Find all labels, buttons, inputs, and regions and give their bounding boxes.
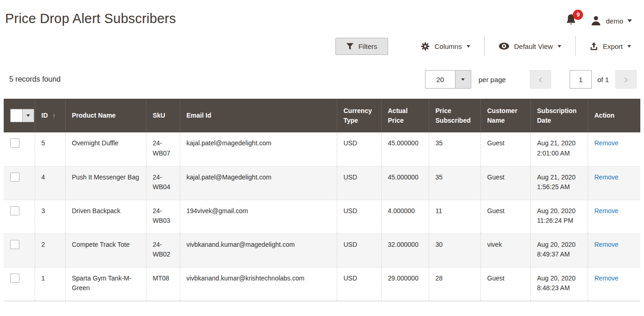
chevron-left-icon: ‹ <box>539 74 542 85</box>
product-name-cell: Push It Messenger Bag <box>65 166 146 200</box>
sort-ascending-icon: ↑ <box>53 112 56 119</box>
pagination: 20 per page ‹ of 1 › <box>425 70 637 89</box>
action-cell: Remove <box>588 132 640 166</box>
checkbox-cell <box>4 166 35 200</box>
previous-page-button[interactable]: ‹ <box>530 70 551 89</box>
next-page-button[interactable]: › <box>615 70 637 89</box>
columns-label: Columns <box>435 42 462 50</box>
sku-cell: 24-WB03 <box>146 200 180 233</box>
email-cell: 194vivek@gmail.com <box>180 200 337 233</box>
table-header-row: ID↑ Product Name SkU Email Id Currency T… <box>4 99 640 132</box>
select-all-checkbox[interactable] <box>10 109 34 122</box>
actual-price-cell: 32.000000 <box>381 233 429 267</box>
customer-name-cell: Guest <box>480 267 530 301</box>
checkbox-cell <box>4 267 35 301</box>
subscription-date-cell: Aug 20, 2020 8:49:37 AM <box>530 233 588 267</box>
remove-link[interactable]: Remove <box>595 274 619 282</box>
subscription-date-cell: Aug 21, 2020 1:56:25 AM <box>530 166 588 200</box>
grid-toolbar: Filters Columns <box>0 28 644 56</box>
remove-link[interactable]: Remove <box>595 173 619 181</box>
action-cell: Remove <box>588 200 640 233</box>
grid-controls-row: 5 records found 20 per page ‹ of 1 › <box>0 56 644 89</box>
table-row: 2 Compete Track Tote 24-WB02 vivbkanand.… <box>4 233 640 267</box>
actual-price-cell: 29.000000 <box>381 267 429 301</box>
current-page-input[interactable] <box>570 70 592 89</box>
subscription-date-cell: Aug 20, 2020 8:48:23 AM <box>530 267 588 301</box>
table-row: 5 Overnight Duffle 24-WB07 kajal.patel@m… <box>4 132 640 166</box>
currency-type-cell: USD <box>337 200 381 233</box>
subscription-date-cell: Aug 20, 2020 11:26:24 PM <box>530 200 588 233</box>
column-header-id[interactable]: ID↑ <box>35 99 65 132</box>
per-page-label: per page <box>479 76 506 83</box>
actual-price-cell: 45.000000 <box>381 166 429 200</box>
id-cell: 3 <box>35 200 65 233</box>
table-row: 4 Push It Messenger Bag 24-WB04 kajal.pa… <box>4 166 640 200</box>
sku-cell: MT08 <box>146 267 180 301</box>
column-header-subscription-date[interactable]: Subscription Date <box>530 99 588 132</box>
column-header-email[interactable]: Email Id <box>180 99 337 132</box>
select-caret <box>455 71 471 88</box>
user-menu[interactable]: demo <box>590 15 632 26</box>
column-header-actual-price[interactable]: Actual Price <box>381 99 429 132</box>
action-cell: Remove <box>588 267 640 301</box>
currency-type-cell: USD <box>337 233 381 267</box>
notifications-button[interactable]: 9 <box>565 14 577 28</box>
columns-button[interactable]: Columns <box>407 36 484 56</box>
column-header-price-subscribed[interactable]: Price Subscribed <box>429 99 480 132</box>
page-header: Price Drop Alert Subscribers 9 demo <box>0 0 644 28</box>
filters-button[interactable]: Filters <box>335 38 388 55</box>
product-name-cell: Compete Track Tote <box>65 233 146 267</box>
product-name-cell: Overnight Duffle <box>65 132 146 166</box>
per-page-select[interactable]: 20 <box>425 70 471 89</box>
currency-type-cell: USD <box>337 267 381 301</box>
id-cell: 1 <box>35 267 65 301</box>
actual-price-cell: 4.000000 <box>381 200 429 233</box>
default-view-button[interactable]: Default View <box>485 36 575 56</box>
chevron-down-icon <box>627 19 632 22</box>
email-cell: kajal.patel@magedelight.com <box>180 132 337 166</box>
select-all-header <box>4 99 35 132</box>
column-header-product-name[interactable]: Product Name <box>65 99 146 132</box>
remove-link[interactable]: Remove <box>595 241 619 248</box>
table-row: 3 Driven Backpack 24-WB03 194vivek@gmail… <box>4 200 640 233</box>
checkbox-cell <box>4 132 35 166</box>
account-area: 9 demo <box>565 14 632 28</box>
gear-icon <box>420 42 430 51</box>
column-header-currency-type[interactable]: Currency Type <box>337 99 381 132</box>
actual-price-cell: 45.000000 <box>381 132 429 166</box>
product-name-cell: Sparta Gym Tank-M-Green <box>65 267 146 301</box>
email-cell: vivbkanand.kumar@krishtechnolabs.com <box>180 267 337 301</box>
column-header-sku[interactable]: SkU <box>146 99 180 132</box>
customer-name-cell: Guest <box>480 166 530 200</box>
email-cell: vivbkanand.kumar@magedelight.com <box>180 233 337 267</box>
user-icon <box>590 15 601 26</box>
chevron-down-icon <box>558 45 561 48</box>
checkbox <box>11 109 22 122</box>
subscribers-table: ID↑ Product Name SkU Email Id Currency T… <box>4 99 640 301</box>
row-checkbox[interactable] <box>10 138 19 148</box>
customer-name-cell: Guest <box>480 200 530 233</box>
export-button[interactable]: Export <box>576 36 633 56</box>
product-name-cell: Driven Backpack <box>65 200 146 233</box>
row-checkbox[interactable] <box>10 274 19 283</box>
sku-cell: 24-WB04 <box>146 166 180 200</box>
export-label: Export <box>603 42 623 50</box>
checkbox-cell <box>4 200 35 233</box>
customer-name-cell: vivek <box>480 233 530 267</box>
notification-count-badge: 9 <box>573 10 583 20</box>
remove-link[interactable]: Remove <box>595 139 619 147</box>
row-checkbox[interactable] <box>10 240 19 249</box>
total-pages-label: of 1 <box>597 76 609 83</box>
remove-link[interactable]: Remove <box>595 207 619 215</box>
checkbox-cell <box>4 233 35 267</box>
row-checkbox[interactable] <box>10 206 19 215</box>
default-view-label: Default View <box>514 42 553 50</box>
select-all-caret <box>22 109 34 122</box>
filters-label: Filters <box>358 42 377 50</box>
column-header-action[interactable]: Action <box>588 99 640 132</box>
column-header-customer-name[interactable]: Customer Name <box>480 99 530 132</box>
row-checkbox[interactable] <box>10 173 19 182</box>
records-found-label: 5 records found <box>9 75 61 83</box>
sku-cell: 24-WB02 <box>146 233 180 267</box>
table-row: 1 Sparta Gym Tank-M-Green MT08 vivbkanan… <box>4 267 640 301</box>
